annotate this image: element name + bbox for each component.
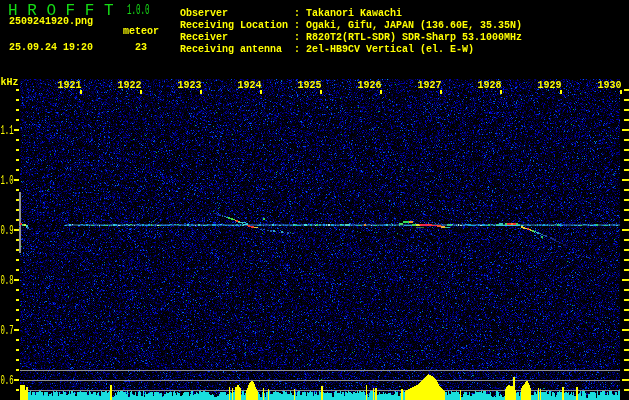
svg-text:0.6: 0.6 xyxy=(1,373,14,388)
svg-text:0.7: 0.7 xyxy=(1,323,14,338)
svg-text:1.1: 1.1 xyxy=(1,123,14,138)
svg-text:0.8: 0.8 xyxy=(1,273,14,288)
svg-text:1.0: 1.0 xyxy=(1,173,14,188)
svg-text:0.9: 0.9 xyxy=(1,223,14,238)
